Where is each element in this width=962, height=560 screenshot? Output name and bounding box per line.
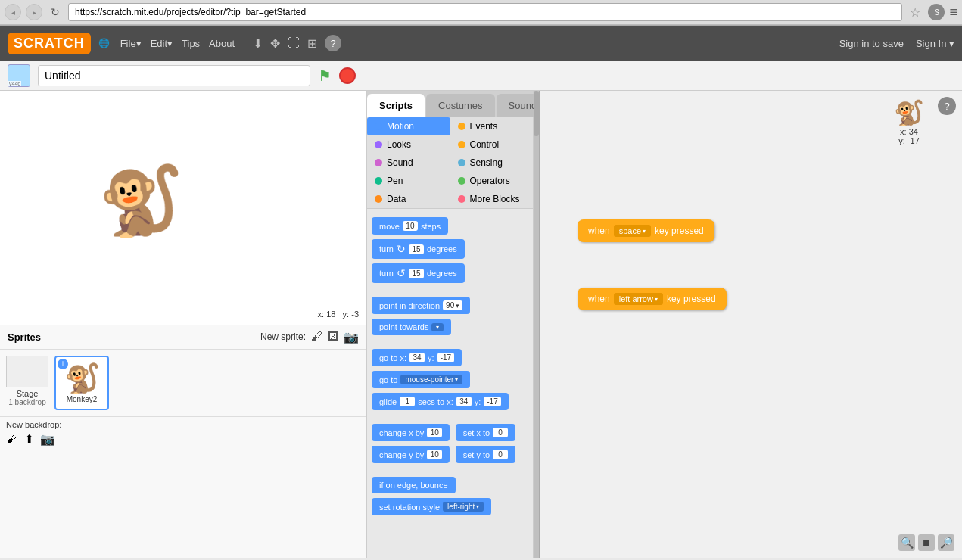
nav-about[interactable]: About [206, 38, 238, 49]
back-button[interactable]: ◂ [5, 4, 21, 20]
backdrop-upload-icon[interactable]: ⬆ [24, 432, 34, 446]
help-icon[interactable]: ? [325, 35, 341, 51]
block-glide-text1: glide [379, 397, 397, 406]
block-rotation-dropdown[interactable]: left-right [443, 502, 484, 512]
nav-file[interactable]: File▾ [117, 38, 145, 49]
events-label: Events [470, 121, 498, 132]
zoom-reset-button[interactable]: ◼ [918, 534, 935, 551]
zoom-out-button[interactable]: 🔍 [898, 534, 915, 551]
control-dot [458, 141, 465, 148]
block-move-input[interactable]: 10 [403, 221, 418, 231]
block-go-to-text: go to [379, 375, 397, 384]
nav-edit[interactable]: Edit▾ [148, 38, 176, 49]
download-icon[interactable]: ⬇ [253, 36, 263, 51]
header-nav: File▾ Edit▾ Tips About [117, 38, 238, 49]
block-set-y[interactable]: set y to 0 [456, 446, 515, 463]
block-turn-ccw-input[interactable]: 15 [409, 269, 424, 278]
tab-costumes[interactable]: Costumes [426, 94, 495, 117]
block-change-x-input[interactable]: 10 [427, 428, 442, 437]
data-label: Data [387, 194, 406, 204]
block-point-towards[interactable]: point towards [372, 319, 451, 335]
category-motion[interactable]: Motion [367, 117, 450, 135]
project-title-input[interactable] [38, 65, 310, 86]
stage-item[interactable]: Stage 1 backdrop [6, 356, 48, 410]
upload-sprite-icon[interactable]: 🖼 [327, 330, 339, 344]
block-rotation-style[interactable]: set rotation style left-right [372, 498, 491, 515]
pen-label: Pen [387, 176, 403, 186]
category-row-4: Pen Operators [367, 172, 533, 190]
divider-1 [370, 285, 530, 294]
sign-in-button[interactable]: Sign In ▾ [916, 38, 954, 49]
project-sprite-thumb: v446 [8, 64, 30, 87]
category-operators[interactable]: Operators [450, 172, 534, 190]
category-events[interactable]: Events [450, 117, 534, 135]
block-change-y[interactable]: change y by 10 [372, 446, 450, 463]
category-control[interactable]: Control [450, 135, 534, 154]
event-block-1[interactable]: when space ▾ key pressed [578, 219, 714, 242]
block-point-dir-input[interactable]: 90▾ [443, 300, 462, 310]
block-glide-text2: secs to x: [418, 397, 453, 406]
backdrop-camera-icon[interactable]: 📷 [40, 432, 55, 446]
block-set-x-input[interactable]: 0 [493, 428, 508, 437]
zoom-in-button[interactable]: 🔎 [938, 534, 954, 551]
block-set-y-input[interactable]: 0 [493, 450, 508, 459]
block-glide-secs[interactable]: 1 [400, 397, 415, 406]
move-icon[interactable]: ✥ [270, 36, 280, 51]
block-glide-x[interactable]: 34 [456, 397, 472, 406]
backdrop-paint-icon[interactable]: 🖌 [6, 432, 18, 446]
forward-button[interactable]: ▸ [26, 4, 42, 20]
sprite-x-coord: x: 34 [900, 127, 918, 136]
sprite-info-button[interactable]: i [58, 359, 68, 369]
block-change-y-input[interactable]: 10 [427, 450, 442, 459]
refresh-button[interactable]: ↻ [47, 4, 64, 20]
paint-sprite-icon[interactable]: 🖌 [310, 330, 322, 344]
block-go-to[interactable]: go to mouse-pointer [372, 371, 470, 388]
browser-menu-icon[interactable]: ≡ [949, 5, 957, 20]
block-go-xy-y[interactable]: -17 [437, 353, 454, 362]
sprite-info-display: 🐒 x: 34 y: -17 [894, 98, 924, 145]
block-move[interactable]: move 10 steps [372, 217, 448, 235]
globe-icon[interactable]: 🌐 [98, 38, 110, 48]
category-sound[interactable]: Sound [367, 154, 450, 172]
extension-icon: S [928, 4, 945, 20]
stop-button[interactable] [339, 67, 356, 84]
block-turn-cw[interactable]: turn ↻ 15 degrees [372, 239, 465, 259]
block-turn-cw-input[interactable]: 15 [409, 244, 424, 254]
block-glide-y[interactable]: -17 [484, 397, 500, 406]
fullscreen-icon[interactable]: ⛶ [288, 36, 300, 50]
category-data[interactable]: Data [367, 190, 450, 208]
url-bar[interactable] [68, 3, 902, 21]
block-go-to-dropdown[interactable]: mouse-pointer [400, 375, 462, 384]
block-glide[interactable]: glide 1 secs to x: 34 y: -17 [372, 393, 509, 410]
event-block-2[interactable]: when left arrow ▾ key pressed [578, 288, 727, 310]
category-looks[interactable]: Looks [367, 135, 450, 154]
block-go-xy[interactable]: go to x: 34 y: -17 [372, 349, 462, 366]
sprite-item-monkey2[interactable]: i 🐒 Monkey2 [54, 356, 109, 410]
green-flag-button[interactable]: ⚑ [318, 67, 332, 85]
category-sensing[interactable]: Sensing [450, 154, 534, 172]
block-set-x[interactable]: set x to 0 [456, 424, 515, 441]
nav-tips[interactable]: Tips [179, 38, 203, 49]
script-area[interactable]: ? 🐒 x: 34 y: -17 when space ▾ key presse… [540, 91, 962, 558]
tab-scripts[interactable]: Scripts [367, 94, 425, 117]
category-more-blocks[interactable]: More Blocks [450, 190, 534, 208]
block-point-towards-dropdown[interactable] [431, 323, 444, 331]
block-point-direction[interactable]: point in direction 90▾ [372, 297, 470, 314]
camera-sprite-icon[interactable]: 📷 [344, 330, 359, 344]
block-change-x[interactable]: change x by 10 [372, 424, 450, 441]
block-go-xy-x[interactable]: 34 [409, 353, 425, 362]
scrollbar-thumb[interactable] [534, 91, 539, 136]
bookmark-icon[interactable]: ☆ [910, 5, 920, 20]
event2-text2: key pressed [667, 294, 716, 304]
turn-ccw-arrow: ↺ [397, 267, 406, 279]
block-if-edge[interactable]: if on edge, bounce [372, 477, 456, 493]
help-button[interactable]: ? [938, 97, 956, 115]
block-turn-ccw[interactable]: turn ↺ 15 degrees [372, 263, 465, 283]
sign-in-save-button[interactable]: Sign in to save [839, 38, 904, 49]
layout-icon[interactable]: ⊞ [307, 36, 317, 51]
event2-key-dropdown[interactable]: left arrow ▾ [614, 293, 663, 305]
monkey-sprite: 🐒 [98, 166, 183, 235]
operators-dot [458, 177, 465, 185]
category-pen[interactable]: Pen [367, 172, 450, 190]
event1-key-dropdown[interactable]: space ▾ [614, 225, 651, 237]
